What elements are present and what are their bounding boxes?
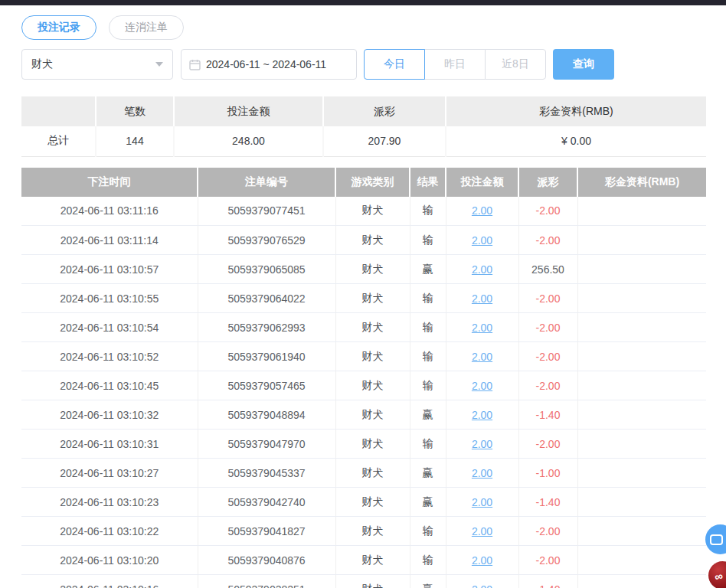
cell-payout: -1.40 xyxy=(518,575,577,588)
tab-cancelled-orders[interactable]: 连消注单 xyxy=(109,15,184,40)
cell-bet-time: 2024-06-11 03:10:55 xyxy=(21,284,198,313)
cell-order-id: 5059379042740 xyxy=(198,488,335,517)
bet-amount-link[interactable]: 2.00 xyxy=(472,467,492,479)
table-row: 2024-06-11 03:10:55 5059379064022 财犬 输 2… xyxy=(21,284,706,313)
brand-logo-icon: ∞ xyxy=(714,569,724,583)
summary-total-payout: 207.90 xyxy=(323,126,446,156)
cell-bet-time: 2024-06-11 03:10:31 xyxy=(21,430,198,459)
game-select[interactable]: 财犬 xyxy=(21,49,173,80)
header-result: 结果 xyxy=(410,168,446,197)
summary-header-row: 笔数 投注金额 派彩 彩金资料(RMB) xyxy=(21,96,706,126)
game-select-value: 财犬 xyxy=(31,57,53,71)
cell-game-type: 财犬 xyxy=(335,459,410,488)
tab-bet-records[interactable]: 投注记录 xyxy=(21,15,96,40)
cell-result: 赢 xyxy=(410,488,446,517)
cell-bet-time: 2024-06-11 03:10:22 xyxy=(21,517,198,546)
cell-bet-time: 2024-06-11 03:10:23 xyxy=(21,488,198,517)
header-payout: 派彩 xyxy=(518,168,577,197)
cell-bet-time: 2024-06-11 03:10:45 xyxy=(21,371,198,400)
cell-game-type: 财犬 xyxy=(335,371,410,400)
bet-records-table: 下注时间 注单编号 游戏类别 结果 投注金额 派彩 彩金资料(RMB) 2024… xyxy=(21,168,706,588)
cell-bonus xyxy=(577,488,706,517)
cell-bet-time: 2024-06-11 03:10:57 xyxy=(21,255,198,284)
header-game-type: 游戏类别 xyxy=(335,168,410,197)
cell-game-type: 财犬 xyxy=(335,400,410,430)
cell-bonus xyxy=(577,371,706,400)
date-range-input[interactable]: 2024-06-11 ~ 2024-06-11 xyxy=(181,49,357,80)
bet-amount-link[interactable]: 2.00 xyxy=(472,409,492,421)
cell-payout: -2.00 xyxy=(518,313,577,342)
cell-result: 输 xyxy=(410,342,446,371)
summary-header-blank xyxy=(21,96,96,126)
summary-header-payout: 派彩 xyxy=(323,96,446,126)
cell-game-type: 财犬 xyxy=(335,517,410,546)
cell-payout: -1.40 xyxy=(518,400,577,430)
summary-total-label: 总计 xyxy=(21,126,96,156)
yesterday-button[interactable]: 昨日 xyxy=(424,49,486,80)
chevron-down-icon xyxy=(155,62,163,67)
bet-amount-link[interactable]: 2.00 xyxy=(472,204,492,217)
bet-amount-link[interactable]: 2.00 xyxy=(472,263,492,276)
cell-order-id: 5059379076529 xyxy=(198,226,335,255)
cell-bet-time: 2024-06-11 03:10:20 xyxy=(21,546,198,575)
bet-amount-link[interactable]: 2.00 xyxy=(472,496,492,508)
cell-payout: -2.00 xyxy=(518,197,577,226)
table-row: 2024-06-11 03:10:57 5059379065085 财犬 赢 2… xyxy=(21,255,706,284)
bet-amount-link[interactable]: 2.00 xyxy=(472,438,492,450)
bet-amount-link[interactable]: 2.00 xyxy=(472,554,492,567)
table-row: 2024-06-11 03:10:27 5059379045337 财犬 赢 2… xyxy=(21,459,706,488)
cell-bet-time: 2024-06-11 03:10:16 xyxy=(21,575,198,588)
cell-payout: -2.00 xyxy=(518,284,577,313)
cell-result: 输 xyxy=(410,371,446,400)
cell-order-id: 5059379077451 xyxy=(198,197,335,226)
summary-header-bet-amount: 投注金额 xyxy=(174,96,323,126)
cell-bet-time: 2024-06-11 03:10:27 xyxy=(21,459,198,488)
table-row: 2024-06-11 03:10:52 5059379061940 财犬 输 2… xyxy=(21,342,706,371)
cell-order-id: 5059379048894 xyxy=(198,400,335,430)
bet-amount-link[interactable]: 2.00 xyxy=(472,583,492,588)
cell-order-id: 5059379061940 xyxy=(198,342,335,371)
cell-payout: -2.00 xyxy=(518,430,577,459)
today-button[interactable]: 今日 xyxy=(364,49,425,80)
date-range-value: 2024-06-11 ~ 2024-06-11 xyxy=(206,58,326,70)
table-row: 2024-06-11 03:10:22 5059379041827 财犬 输 2… xyxy=(21,517,706,546)
table-row: 2024-06-11 03:10:31 5059379047970 财犬 输 2… xyxy=(21,430,706,459)
cell-game-type: 财犬 xyxy=(335,342,410,371)
cell-bonus xyxy=(577,400,706,430)
last-8-days-button[interactable]: 近8日 xyxy=(485,49,546,80)
header-order-id: 注单编号 xyxy=(198,168,335,197)
cell-bonus xyxy=(577,546,706,575)
cell-game-type: 财犬 xyxy=(335,313,410,342)
cell-bet-time: 2024-06-11 03:11:16 xyxy=(21,197,198,226)
bet-amount-link[interactable]: 2.00 xyxy=(472,322,492,334)
cell-order-id: 5059379065085 xyxy=(198,255,335,284)
cell-result: 输 xyxy=(410,430,446,459)
bet-amount-link[interactable]: 2.00 xyxy=(472,525,492,537)
table-row: 2024-06-11 03:10:16 5059379038251 财犬 赢 2… xyxy=(21,575,706,588)
cell-order-id: 5059379040876 xyxy=(198,546,335,575)
cell-order-id: 5059379038251 xyxy=(198,575,335,588)
bet-amount-link[interactable]: 2.00 xyxy=(472,380,492,392)
cell-result: 输 xyxy=(410,517,446,546)
cell-bet-time: 2024-06-11 03:11:14 xyxy=(21,226,198,255)
cell-bonus xyxy=(577,575,706,588)
summary-header-bonus: 彩金资料(RMB) xyxy=(446,96,706,126)
header-bet-time: 下注时间 xyxy=(21,168,198,197)
cell-payout: -1.40 xyxy=(518,488,577,517)
cell-game-type: 财犬 xyxy=(335,430,410,459)
query-button[interactable]: 查询 xyxy=(553,49,614,80)
cell-payout: -2.00 xyxy=(518,517,577,546)
cell-payout: -2.00 xyxy=(518,546,577,575)
quick-date-buttons: 今日 昨日 近8日 xyxy=(364,49,546,80)
main-content: 投注记录 连消注单 财犬 2024-06-11 ~ 2024-06-11 今日 … xyxy=(0,5,726,588)
summary-total-count: 144 xyxy=(96,126,174,156)
cell-payout: 256.50 xyxy=(518,255,577,284)
top-bar xyxy=(0,0,726,5)
bet-amount-link[interactable]: 2.00 xyxy=(472,351,492,363)
summary-table: 笔数 投注金额 派彩 彩金资料(RMB) 总计 144 248.00 207.9… xyxy=(21,96,706,157)
bet-amount-link[interactable]: 2.00 xyxy=(472,292,492,305)
bet-amount-link[interactable]: 2.00 xyxy=(472,234,492,247)
cell-order-id: 5059379041827 xyxy=(198,517,335,546)
cell-result: 赢 xyxy=(410,459,446,488)
table-row: 2024-06-11 03:10:20 5059379040876 财犬 输 2… xyxy=(21,546,706,575)
